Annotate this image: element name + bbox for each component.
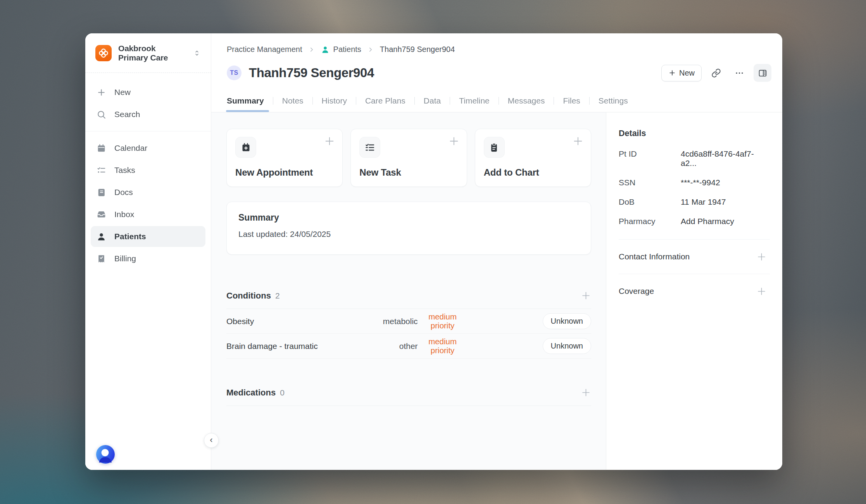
plus-icon [97,88,106,97]
detail-value[interactable]: 4cd6a8ff-8476-4af7-a2... [681,149,767,168]
detail-label: DoB [619,197,681,207]
link-icon [711,68,721,78]
calendar-plus-icon [241,142,251,153]
toggle-details-panel-button[interactable] [754,64,771,82]
medications-count: 0 [280,388,285,397]
tab-history[interactable]: History [313,90,356,112]
org-name: Oakbrook Primary Care [118,44,186,62]
billing-icon [97,254,106,264]
sidebar-item-patients[interactable]: Patients [91,226,205,247]
tab-care-plans[interactable]: Care Plans [356,90,414,112]
detail-value: ***-**-9942 [681,178,720,187]
detail-row-pt-id: Pt ID 4cd6a8ff-8476-4af7-a2... [619,149,767,168]
section-title: Coverage [619,287,654,296]
calendar-icon [97,143,106,153]
detail-value: 11 Mar 1947 [681,197,726,207]
patient-icon [321,45,329,54]
inbox-icon [97,210,106,219]
condition-row[interactable]: Brain damage - traumatic other medium pr… [226,334,591,359]
add-coverage-button[interactable] [756,286,767,297]
sidebar-item-calendar[interactable]: Calendar [91,138,205,159]
chevron-right-icon [308,46,315,53]
org-switcher[interactable]: Oakbrook Primary Care [85,33,211,73]
page-header: Practice Management Patients Thanh759 Se… [211,33,782,112]
docs-icon [97,188,106,197]
breadcrumb: Practice Management Patients Thanh759 Se… [227,45,771,54]
conditions-header: Conditions 2 [226,290,591,301]
tab-messages[interactable]: Messages [499,90,554,112]
add-pharmacy-link[interactable]: Add Pharmacy [681,217,734,226]
condition-status-badge[interactable]: Unknown [543,313,591,329]
summary-tab-content: New Appointment New Task [211,112,606,470]
add-to-chart-card[interactable]: Add to Chart [475,129,591,187]
medications-section: Medications 0 [226,387,591,406]
patient-tabs: Summary Notes History Care Plans Data Ti… [227,90,771,112]
clipboard-icon [489,142,499,153]
contact-information-section: Contact Information [619,240,767,274]
medications-header: Medications 0 [226,387,591,398]
condition-priority: medium priority [420,337,465,355]
tab-summary[interactable]: Summary [227,90,273,112]
tab-data[interactable]: Data [415,90,450,112]
new-button[interactable]: New [661,65,702,81]
app-window: Oakbrook Primary Care New Search Calenda… [85,33,782,470]
assistant-chat-button[interactable] [96,445,115,464]
new-task-card[interactable]: New Task [350,129,467,187]
condition-name: Obesity [226,317,383,326]
summary-card: Summary Last updated: 24/05/2025 [226,202,591,255]
sidebar-item-new[interactable]: New [91,82,205,103]
tab-settings[interactable]: Settings [590,90,637,112]
sidebar: Oakbrook Primary Care New Search Calenda… [85,33,211,470]
copy-link-button[interactable] [707,64,725,82]
detail-label: Pt ID [619,149,681,159]
sidebar-item-billing[interactable]: Billing [91,248,205,269]
page-title: Thanh759 Senger904 [249,66,654,80]
breadcrumb-root[interactable]: Practice Management [227,45,302,54]
add-condition-button[interactable] [581,290,591,301]
more-options-button[interactable] [730,64,748,82]
breadcrumb-patients[interactable]: Patients [321,45,361,54]
condition-name: Brain damage - traumatic [226,342,399,351]
sidebar-nav: New Search Calendar Tasks Docs Inbox [85,73,211,269]
add-icon[interactable] [324,135,335,147]
section-title: Contact Information [619,252,690,261]
card-label: Add to Chart [484,167,539,178]
add-contact-button[interactable] [756,252,767,262]
add-medication-button[interactable] [581,387,591,398]
patient-icon [97,232,106,242]
tab-notes[interactable]: Notes [273,90,312,112]
add-icon[interactable] [572,135,584,147]
patient-avatar: TS [227,66,242,80]
main-column: Practice Management Patients Thanh759 Se… [211,33,782,470]
sidebar-item-inbox[interactable]: Inbox [91,204,205,225]
new-appointment-card[interactable]: New Appointment [226,129,343,187]
details-title: Details [619,129,767,138]
breadcrumb-current: Thanh759 Senger904 [380,45,455,54]
detail-label: SSN [619,178,681,187]
conditions-title: Conditions [226,291,271,301]
tab-files[interactable]: Files [554,90,589,112]
conditions-count: 2 [275,291,280,300]
sidebar-item-tasks[interactable]: Tasks [91,160,205,181]
search-icon [97,110,106,119]
header-actions: New [661,64,771,82]
org-switcher-caret-icon [193,49,201,57]
condition-category: metabolic [383,317,418,326]
add-icon[interactable] [448,135,460,147]
sidebar-item-label: Inbox [114,210,134,219]
sidebar-divider [85,131,211,131]
condition-status-badge[interactable]: Unknown [543,338,591,354]
patient-title-row: TS Thanh759 Senger904 New [227,64,771,82]
sidebar-item-search[interactable]: Search [91,104,205,125]
plus-icon [668,69,676,77]
medications-title: Medications [226,388,276,398]
new-button-label: New [679,69,695,78]
quick-action-cards: New Appointment New Task [226,129,591,187]
sidebar-collapse-button[interactable]: ‹ [204,433,219,448]
tab-timeline[interactable]: Timeline [450,90,499,112]
tasks-icon [97,166,106,175]
detail-row-dob: DoB 11 Mar 1947 [619,197,767,207]
card-icon-box [235,137,256,158]
condition-row[interactable]: Obesity metabolic medium priority Unknow… [226,309,591,334]
sidebar-item-docs[interactable]: Docs [91,182,205,203]
